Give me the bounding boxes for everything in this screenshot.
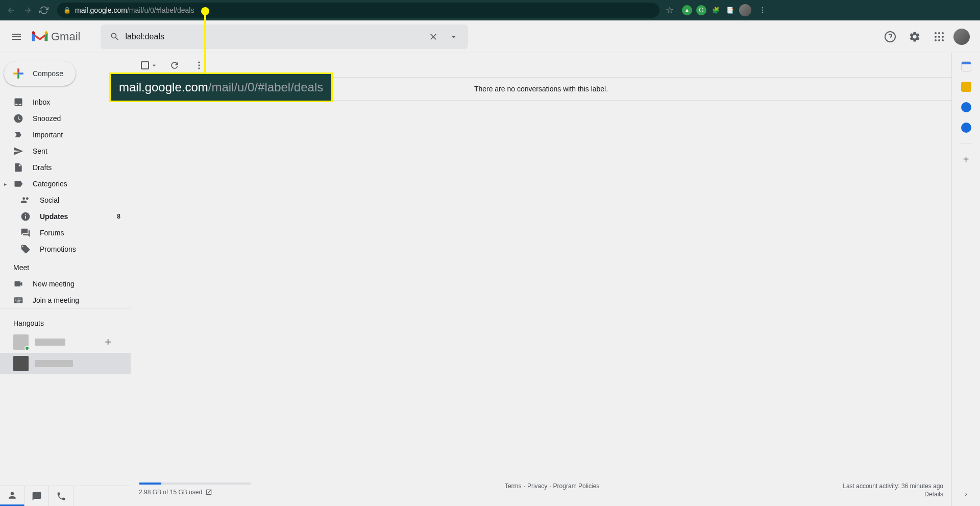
app-body: Compose Inbox Snoozed Important Sent Dra… — [0, 53, 980, 506]
svg-point-10 — [935, 39, 937, 41]
svg-point-5 — [938, 32, 940, 34]
collapse-panel-button[interactable]: › — [965, 490, 967, 498]
hangout-avatar — [13, 334, 29, 350]
search-options-button[interactable] — [444, 27, 464, 47]
sidebar-item-join-meeting[interactable]: Join a meeting — [0, 292, 127, 308]
footer: 2.98 GB of 15 GB used Terms · Privacy · … — [131, 474, 951, 506]
lock-icon: 🔒 — [63, 7, 71, 14]
bookmark-star-icon[interactable]: ☆ — [666, 5, 674, 16]
annotation-line — [204, 12, 206, 75]
sidebar-item-updates[interactable]: Updates 8 — [0, 208, 127, 225]
footer-activity: Last account activity: 36 minutes ago De… — [843, 483, 943, 498]
sidebar-item-categories[interactable]: ▸ Categories — [0, 176, 127, 192]
svg-point-15 — [198, 67, 200, 69]
svg-point-6 — [942, 32, 944, 34]
svg-point-2 — [762, 12, 764, 13]
extension-icon[interactable]: G — [696, 5, 706, 15]
sidebar-item-social[interactable]: Social — [0, 192, 127, 208]
calendar-addon[interactable] — [961, 61, 971, 71]
gmail-m-icon — [31, 30, 49, 44]
get-addons-button[interactable]: + — [963, 154, 969, 165]
browser-menu-button[interactable] — [755, 3, 770, 17]
info-icon — [20, 211, 31, 222]
hangouts-header: Hangouts — [0, 313, 131, 331]
extension-icon[interactable]: ▲ — [682, 5, 692, 15]
svg-point-0 — [762, 7, 764, 9]
hangout-name-redacted — [35, 339, 65, 346]
hangout-contact[interactable]: + — [0, 331, 131, 353]
clear-search-button[interactable] — [423, 27, 444, 47]
gmail-header: Gmail — [0, 20, 980, 53]
back-button[interactable] — [4, 3, 18, 17]
draft-icon — [13, 162, 23, 173]
sidebar-item-sent[interactable]: Sent — [0, 143, 127, 159]
nav-label: Drafts — [33, 163, 52, 172]
hangout-name-redacted — [35, 360, 73, 367]
sidebar-item-drafts[interactable]: Drafts — [0, 159, 127, 176]
activity-text: Last account activity: 36 minutes ago — [843, 483, 943, 490]
select-all-checkbox[interactable] — [139, 59, 160, 71]
nav-label: Categories — [33, 180, 67, 188]
storage-bar — [139, 483, 251, 485]
open-external-icon[interactable] — [205, 489, 212, 496]
sidebar-item-new-meeting[interactable]: New meeting — [0, 276, 127, 292]
hangout-tab-chat[interactable] — [24, 486, 49, 506]
hangouts-section: Hangouts + — [0, 308, 131, 506]
policies-link[interactable]: Program Policies — [553, 483, 600, 490]
privacy-link[interactable]: Privacy — [527, 483, 547, 490]
sidebar-item-inbox[interactable]: Inbox — [0, 94, 127, 110]
settings-button[interactable] — [904, 27, 925, 47]
svg-point-8 — [938, 36, 940, 38]
sidebar-item-important[interactable]: Important — [0, 127, 127, 143]
tasks-addon[interactable] — [961, 102, 971, 112]
keep-addon[interactable] — [961, 82, 971, 92]
tag-icon — [20, 244, 31, 254]
important-icon — [13, 130, 23, 140]
hangout-contact[interactable] — [0, 353, 131, 374]
main-menu-button[interactable] — [4, 25, 29, 49]
people-icon — [20, 195, 31, 205]
url-domain: mail.google.com — [75, 6, 127, 14]
dropdown-arrow-icon — [150, 61, 158, 69]
sidebar-item-promotions[interactable]: Promotions — [0, 241, 127, 257]
status-dot — [24, 346, 30, 351]
details-link[interactable]: Details — [843, 491, 943, 498]
reload-button[interactable] — [37, 3, 51, 17]
meet-header: Meet — [0, 257, 131, 276]
support-button[interactable] — [880, 27, 900, 47]
terms-link[interactable]: Terms — [505, 483, 522, 490]
forward-button[interactable] — [20, 3, 35, 17]
account-avatar[interactable] — [953, 29, 970, 45]
reading-list-icon[interactable]: 📑 — [725, 5, 735, 15]
svg-point-7 — [935, 36, 937, 38]
divider — [960, 143, 972, 143]
nav-label: Join a meeting — [33, 296, 79, 304]
apps-button[interactable] — [929, 27, 949, 47]
hangout-tab-contacts[interactable] — [0, 486, 24, 506]
inbox-icon — [13, 97, 23, 107]
compose-button[interactable]: Compose — [4, 61, 76, 86]
extensions-menu-icon[interactable]: 🧩 — [710, 5, 721, 15]
compose-plus-icon — [10, 65, 27, 82]
clock-icon — [13, 113, 23, 124]
label-icon — [13, 179, 23, 189]
url-bar[interactable]: 🔒 mail.google.com/mail/u/0/#label/deals — [57, 3, 659, 18]
side-panel: + › — [951, 53, 980, 506]
nav-label: Sent — [33, 147, 47, 155]
sidebar-item-snoozed[interactable]: Snoozed — [0, 110, 127, 127]
keyboard-icon — [13, 295, 23, 305]
search-button[interactable] — [105, 27, 125, 47]
hangout-avatar — [13, 356, 29, 371]
sidebar-item-forums[interactable]: Forums — [0, 225, 127, 241]
hangout-tab-phone[interactable] — [49, 486, 74, 506]
search-input[interactable] — [125, 32, 423, 41]
nav-label: Inbox — [33, 98, 50, 106]
gmail-logo[interactable]: Gmail — [31, 30, 80, 44]
compose-label: Compose — [33, 69, 63, 78]
browser-profile-avatar[interactable] — [739, 4, 751, 16]
contacts-addon[interactable] — [961, 123, 971, 133]
expand-arrow-icon: ▸ — [4, 181, 7, 187]
send-icon — [13, 146, 23, 156]
header-right — [880, 27, 976, 47]
new-hangout-button[interactable]: + — [105, 335, 111, 349]
